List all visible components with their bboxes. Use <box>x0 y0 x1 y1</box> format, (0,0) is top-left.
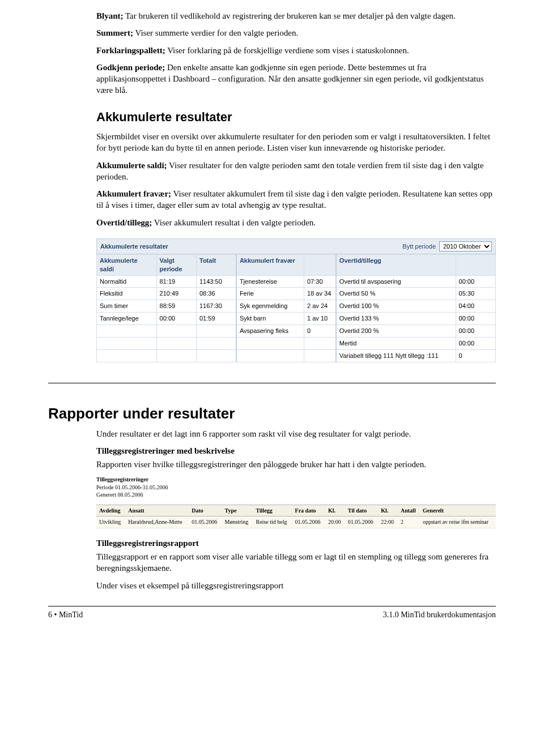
col-overtid: Overtid/tillegg <box>336 254 456 275</box>
table-row: Tannlege/lege00:0001:59Sykt barn1 av 10O… <box>97 313 496 325</box>
table-row: Fleksitid210:4908:36Ferie18 av 34Overtid… <box>97 288 496 300</box>
table-cell: Variabelt tillegg 111 Nytt tillegg :111 <box>336 349 456 362</box>
table-cell: 04:00 <box>456 300 495 313</box>
rep-cell: 01.05.2006 <box>292 516 325 528</box>
para-akk-saldi: Akkumulerte saldi; Viser resultater for … <box>96 160 496 183</box>
akk-table: Akkumulerte saldi Valgt periode Totalt A… <box>96 254 496 362</box>
table-cell: Syk egenmelding <box>236 300 304 313</box>
rep-col: Kl. <box>378 505 398 516</box>
table-cell: 00:00 <box>456 275 495 288</box>
table-cell <box>97 337 157 349</box>
table-cell: 00:00 <box>456 313 495 325</box>
table-cell <box>156 349 196 362</box>
heading-tilleggsregrapport: Tilleggsregistreringsrapport <box>96 537 496 549</box>
table-cell: 18 av 34 <box>304 288 336 300</box>
rep-cell: oppstart av reise ifm seminar <box>420 516 496 528</box>
col-totalt: Totalt <box>196 254 236 275</box>
embed-title: Akkumulerte resultater <box>100 242 168 251</box>
table-cell: 1167:30 <box>196 300 236 313</box>
para-akk-fravaer: Akkumulert fravær; Viser resultater akku… <box>96 188 496 211</box>
embed-tilleggsreg-report: Tilleggsregistreringer Periode 01.05.200… <box>96 476 496 528</box>
table-cell: 00:00 <box>456 325 495 338</box>
col-overtid-val <box>456 254 495 275</box>
para-tilleggsregrapport: Tilleggsrapport er en rapport som viser … <box>96 551 496 574</box>
table-cell: Overtid 50 % <box>336 288 456 300</box>
table-cell: Overtid 100 % <box>336 300 456 313</box>
rep-meta-periode: Periode 01.05.2006-31.05.2006 <box>96 484 496 492</box>
table-cell <box>304 337 336 349</box>
rep-cell: 20:00 <box>325 516 345 528</box>
rep-col: Avdeling <box>96 505 125 516</box>
table-cell: Sykt barn <box>236 313 304 325</box>
table-cell <box>97 325 157 338</box>
para-blyant: Blyant; Tar brukeren til vedlikehold av … <box>96 10 496 22</box>
bytt-periode-select[interactable]: 2010 Oktober <box>439 241 492 251</box>
table-cell: Ferie <box>236 288 304 300</box>
footer-right: 3.1.0 MinTid brukerdokumentasjon <box>383 610 496 621</box>
table-cell <box>196 337 236 349</box>
table-cell: 00:00 <box>156 313 196 325</box>
table-cell: Mertid <box>336 337 456 349</box>
para-akk-overtid: Overtid/tillegg; Viser akkumulert result… <box>96 217 496 228</box>
rep-cell: 01.05.2006 <box>345 516 378 528</box>
rep-col: Type <box>222 505 253 516</box>
rep-meta-generert: Generert 08.05.2006 <box>96 491 496 499</box>
table-cell: Normaltid <box>97 275 157 288</box>
para-forklaringspallett: Forklaringspallett; Viser forklaring på … <box>96 45 496 56</box>
table-cell <box>196 349 236 362</box>
table-cell: 1143:50 <box>196 275 236 288</box>
table-cell <box>236 349 304 362</box>
table-cell: 0 <box>304 325 336 338</box>
para-godkjenn-periode: Godkjenn periode; Den enkelte ansatte ka… <box>96 62 496 96</box>
table-cell: 1 av 10 <box>304 313 336 325</box>
table-cell <box>156 325 196 338</box>
para-tilleggs-eksempel: Under vises et eksempel på tilleggsregis… <box>96 580 496 591</box>
rep-col: Tillegg <box>253 505 292 516</box>
table-cell <box>304 349 336 362</box>
heading-rapporter: Rapporter under resultater <box>48 404 496 424</box>
table-cell: Overtid 133 % <box>336 313 456 325</box>
heading-tilleggsreg-beskrivelse: Tilleggsregistreringer med beskrivelse <box>96 445 496 456</box>
rep-col: Ansatt <box>125 505 189 516</box>
rep-header-row: AvdelingAnsattDatoTypeTilleggFra datoKl.… <box>96 505 496 516</box>
para-rapporter-intro: Under resultater er det lagt inn 6 rappo… <box>96 428 496 439</box>
heading-akkumulerte-resultater: Akkumulerte resultater <box>96 109 496 126</box>
col-fravaer: Akkumulert fravær <box>236 254 304 275</box>
table-cell: 2 av 24 <box>304 300 336 313</box>
table-cell: Sum timer <box>97 300 157 313</box>
col-fravaer-val <box>304 254 336 275</box>
rep-col: Kl. <box>325 505 345 516</box>
table-cell: 05:30 <box>456 288 495 300</box>
table-cell: 01:59 <box>196 313 236 325</box>
table-cell <box>97 349 157 362</box>
embed-akkumulerte-resultater: Akkumulerte resultater Bytt periode 2010… <box>96 238 496 362</box>
table-cell: 88:59 <box>156 300 196 313</box>
col-saldi: Akkumulerte saldi <box>97 254 157 275</box>
rep-cell: Haraldsrud,Anne-Mette <box>125 516 189 528</box>
table-cell: Fleksitid <box>97 288 157 300</box>
table-row: Avspasering fleks0Overtid 200 %00:00 <box>97 325 496 338</box>
table-cell: Overtid til avspasering <box>336 275 456 288</box>
table-cell: 08:36 <box>196 288 236 300</box>
para-tilleggsreg-beskrivelse: Rapporten viser hvilke tilleggsregistrer… <box>96 459 496 470</box>
table-row: Mertid00:00 <box>97 337 496 349</box>
rep-cell: Mønstring <box>222 516 253 528</box>
rep-cell: 2 <box>398 516 420 528</box>
rep-col: Til dato <box>345 505 378 516</box>
bytt-periode-label: Bytt periode <box>402 242 436 251</box>
rep-col: Dato <box>189 505 222 516</box>
rep-meta-title: Tilleggsregistreringer <box>96 476 496 484</box>
table-row: Normaltid81:191143:50Tjenestereise07:30O… <box>97 275 496 288</box>
rep-table: AvdelingAnsattDatoTypeTilleggFra datoKl.… <box>96 505 496 528</box>
para-summert: Summert; Viser summerte verdier for den … <box>96 27 496 39</box>
rep-cell: Reise tid helg <box>253 516 292 528</box>
table-row: Sum timer88:591167:30Syk egenmelding2 av… <box>97 300 496 313</box>
table-cell: 07:30 <box>304 275 336 288</box>
rep-cell: 22:00 <box>378 516 398 528</box>
rep-col: Fra dato <box>292 505 325 516</box>
page-footer: 6 • MinTid 3.1.0 MinTid brukerdokumentas… <box>48 606 496 621</box>
table-cell: Avspasering fleks <box>236 325 304 338</box>
table-cell: Overtid 200 % <box>336 325 456 338</box>
table-cell: Tannlege/lege <box>97 313 157 325</box>
col-valgt: Valgt periode <box>156 254 196 275</box>
